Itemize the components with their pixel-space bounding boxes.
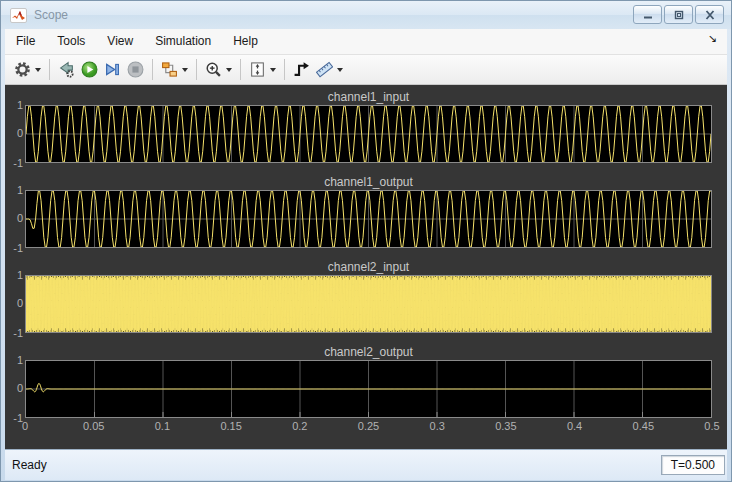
chart-title: channel1_output <box>25 175 712 190</box>
y-tick-label: 0 <box>5 297 23 309</box>
chevron-down-icon <box>270 68 276 72</box>
axes-scaling-button[interactable] <box>246 59 279 80</box>
x-tick-label: 0.25 <box>358 420 379 432</box>
title-bar[interactable]: Scope <box>1 1 731 29</box>
x-tick-label: 0.05 <box>83 420 104 432</box>
y-tick-label: 1 <box>5 269 23 281</box>
toolbar-separator <box>196 59 197 80</box>
status-text: Ready <box>5 458 661 472</box>
step-forward-button[interactable] <box>101 59 124 80</box>
simulation-time: T=0.500 <box>661 455 725 475</box>
ruler-icon <box>316 61 333 78</box>
run-button[interactable] <box>78 59 101 80</box>
chart-axes: 10-1 <box>25 275 712 333</box>
window-title: Scope <box>34 8 68 22</box>
y-tick-label: 0 <box>5 127 23 139</box>
y-tick-label: 0 <box>5 382 23 394</box>
stop-icon <box>127 61 144 78</box>
minimize-button[interactable] <box>633 5 662 24</box>
chart-channel2-input: channel2_input 10-1 <box>5 260 727 333</box>
signal-selector-button[interactable] <box>158 59 191 80</box>
stop-button[interactable] <box>124 59 147 80</box>
blocks-icon <box>161 61 178 78</box>
y-tick-label: 1 <box>5 99 23 111</box>
scope-display: channel1_input 10-1 channel1_output 10-1… <box>5 85 727 449</box>
gear-icon <box>14 61 31 78</box>
x-tick-label: 0.1 <box>155 420 170 432</box>
toolbar-separator <box>240 59 241 80</box>
chevron-down-icon <box>337 68 343 72</box>
zoom-button[interactable] <box>202 59 235 80</box>
chart-axes: 10-1 <box>25 190 712 248</box>
chevron-down-icon <box>226 68 232 72</box>
play-icon <box>81 61 98 78</box>
toolbar-separator <box>152 59 153 80</box>
chart-axes: 10-1 <box>25 360 712 418</box>
trigger-button[interactable] <box>290 59 313 80</box>
y-tick-label: 1 <box>5 354 23 366</box>
step-forward-icon <box>104 61 121 78</box>
close-button[interactable] <box>695 5 724 24</box>
chart-title: channel2_input <box>25 260 712 275</box>
x-axis-labels: 00.050.10.150.20.250.30.350.40.450.5 <box>25 418 712 435</box>
menu-item-simulation[interactable]: Simulation <box>144 29 222 54</box>
x-tick-label: 0.3 <box>430 420 445 432</box>
toolbar-separator <box>49 59 50 80</box>
toolbar <box>5 55 727 85</box>
chevron-down-icon <box>35 68 41 72</box>
parameters-button[interactable] <box>11 59 44 80</box>
menu-item-view[interactable]: View <box>96 29 144 54</box>
chart-title: channel1_input <box>25 90 712 105</box>
y-tick-label: -1 <box>5 412 23 424</box>
chart-channel1-input: channel1_input 10-1 <box>5 90 727 163</box>
axes-scaling-icon <box>249 61 266 78</box>
chart-title: channel2_output <box>25 345 712 360</box>
magnifier-icon <box>205 61 222 78</box>
chart-channel1-output: channel1_output 10-1 <box>5 175 727 248</box>
highlight-block-button[interactable] <box>55 59 78 80</box>
chart-axes: 10-1 <box>25 105 712 163</box>
chart-channel2-output: channel2_output 10-1 <box>5 345 727 418</box>
y-tick-label: -1 <box>5 327 23 339</box>
scope-window: Scope FileToolsViewSimulationHelp ↘ <box>0 0 732 482</box>
x-tick-label: 0.15 <box>220 420 241 432</box>
restore-button[interactable] <box>664 5 693 24</box>
matlab-logo-icon <box>10 8 27 23</box>
chevron-down-icon <box>182 68 188 72</box>
x-tick-label: 0.45 <box>633 420 654 432</box>
status-bar: Ready T=0.500 <box>5 449 727 480</box>
x-tick-label: 0.2 <box>292 420 307 432</box>
x-tick-label: 0.4 <box>567 420 582 432</box>
measurements-button[interactable] <box>313 59 346 80</box>
toolbar-separator <box>284 59 285 80</box>
y-tick-label: 1 <box>5 184 23 196</box>
menu-bar: FileToolsViewSimulationHelp ↘ <box>5 29 727 55</box>
simulink-arrow-icon <box>58 61 75 78</box>
y-tick-label: -1 <box>5 157 23 169</box>
trigger-icon <box>293 61 310 78</box>
menu-item-help[interactable]: Help <box>222 29 269 54</box>
x-tick-label: 0.5 <box>704 420 719 432</box>
x-tick-label: 0 <box>22 420 28 432</box>
y-tick-label: -1 <box>5 242 23 254</box>
menu-item-file[interactable]: File <box>5 29 46 54</box>
dock-arrow-icon[interactable]: ↘ <box>708 32 717 45</box>
menu-item-tools[interactable]: Tools <box>46 29 96 54</box>
x-tick-label: 0.35 <box>495 420 516 432</box>
y-tick-label: 0 <box>5 212 23 224</box>
